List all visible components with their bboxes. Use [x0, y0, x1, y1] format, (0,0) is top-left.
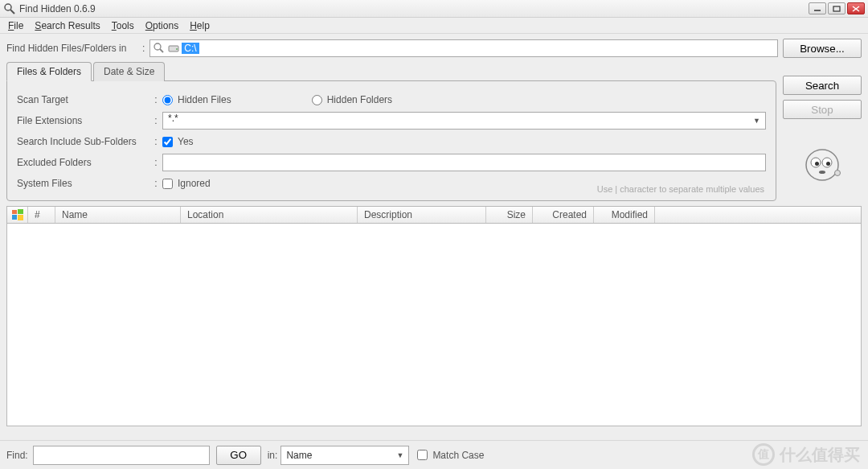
- col-created[interactable]: Created: [533, 207, 594, 223]
- menubar: File Search Results Tools Options Help: [0, 18, 868, 34]
- col-location[interactable]: Location: [181, 207, 358, 223]
- svg-line-1: [10, 10, 14, 14]
- tab-body: Scan Target : Hidden Files Hidden Folder…: [6, 80, 776, 201]
- svg-point-0: [5, 4, 11, 10]
- path-input[interactable]: C:\: [149, 39, 778, 57]
- radio-hidden-files-input[interactable]: [162, 95, 173, 105]
- results-header: # Name Location Description Size Created…: [6, 206, 862, 224]
- menu-help[interactable]: Help: [185, 19, 215, 33]
- svg-point-15: [819, 171, 825, 174]
- results-list[interactable]: [6, 224, 862, 426]
- path-row: Find Hidden Files/Folders in : C:\ Brows…: [0, 34, 868, 61]
- radio-hidden-folders-input[interactable]: [312, 95, 322, 105]
- file-extensions-label: File Extensions: [17, 115, 149, 126]
- include-sub-input[interactable]: [162, 137, 173, 147]
- mascot-icon: [804, 146, 841, 186]
- search-icon: [153, 42, 166, 55]
- match-case-input[interactable]: [417, 450, 428, 460]
- excluded-input[interactable]: [162, 154, 766, 171]
- svg-point-14: [826, 162, 830, 166]
- svg-line-7: [160, 49, 163, 52]
- tab-date-size[interactable]: Date & Size: [93, 62, 165, 81]
- match-case-checkbox[interactable]: Match Case: [417, 450, 484, 461]
- include-sub-label: Search Include Sub-Folders: [17, 136, 149, 147]
- menu-search-results[interactable]: Search Results: [30, 19, 104, 33]
- go-button[interactable]: GO: [216, 446, 261, 465]
- search-button[interactable]: Search: [783, 76, 862, 95]
- close-button[interactable]: [847, 2, 865, 14]
- include-sub-checkbox[interactable]: Yes: [162, 136, 194, 147]
- svg-rect-3: [833, 6, 840, 11]
- titlebar: Find Hidden 0.6.9: [0, 0, 868, 18]
- in-label: in:: [268, 450, 278, 461]
- col-name[interactable]: Name: [55, 207, 181, 223]
- col-spacer: [655, 207, 861, 223]
- minimize-button[interactable]: [809, 2, 826, 14]
- separator-hint: Use | character to separate multiple val…: [597, 184, 764, 194]
- svg-rect-19: [12, 215, 17, 220]
- col-number[interactable]: #: [28, 207, 55, 223]
- path-value: C:\: [182, 43, 199, 54]
- system-files-label: System Files: [17, 178, 149, 189]
- menu-tools[interactable]: Tools: [107, 19, 139, 33]
- excluded-label: Excluded Folders: [17, 157, 149, 168]
- maximize-button[interactable]: [828, 2, 845, 14]
- svg-point-13: [815, 162, 819, 166]
- radio-hidden-files[interactable]: Hidden Files: [162, 94, 231, 105]
- svg-rect-20: [18, 215, 23, 220]
- footer: Find: GO in: Name ▼ Match Case 值 什么值得买: [0, 440, 868, 469]
- tabs-header: Files & Folders Date & Size: [6, 62, 776, 81]
- col-description[interactable]: Description: [358, 207, 486, 223]
- file-extensions-combo[interactable]: *.* ▼: [162, 112, 766, 130]
- svg-rect-18: [18, 209, 23, 214]
- svg-rect-17: [12, 210, 17, 214]
- svg-point-16: [835, 171, 841, 176]
- browse-button[interactable]: Browse...: [783, 39, 862, 58]
- menu-options[interactable]: Options: [141, 19, 183, 33]
- col-modified[interactable]: Modified: [594, 207, 655, 223]
- svg-point-9: [176, 48, 178, 50]
- col-size[interactable]: Size: [486, 207, 533, 223]
- tab-files-folders[interactable]: Files & Folders: [6, 62, 92, 81]
- app-icon: [3, 2, 16, 15]
- chevron-down-icon: ▼: [396, 451, 403, 459]
- watermark: 值 什么值得买: [752, 443, 860, 466]
- col-os-icon[interactable]: [7, 207, 28, 223]
- stop-button[interactable]: Stop: [783, 100, 862, 119]
- radio-hidden-folders[interactable]: Hidden Folders: [312, 94, 392, 105]
- window-title: Find Hidden 0.6.9: [19, 3, 809, 14]
- path-label: Find Hidden Files/Folders in: [6, 43, 139, 54]
- find-input[interactable]: [33, 446, 210, 465]
- find-label: Find:: [6, 450, 28, 461]
- system-files-checkbox[interactable]: Ignored: [162, 178, 211, 189]
- side-column: Search Stop: [783, 61, 862, 201]
- svg-point-10: [806, 150, 838, 180]
- chevron-down-icon: ▼: [753, 117, 760, 125]
- drive-icon: [167, 42, 180, 55]
- menu-file[interactable]: File: [3, 19, 28, 33]
- in-combo[interactable]: Name ▼: [280, 446, 409, 465]
- system-files-input[interactable]: [162, 179, 173, 189]
- svg-point-6: [154, 43, 161, 50]
- scan-target-label: Scan Target: [17, 94, 149, 105]
